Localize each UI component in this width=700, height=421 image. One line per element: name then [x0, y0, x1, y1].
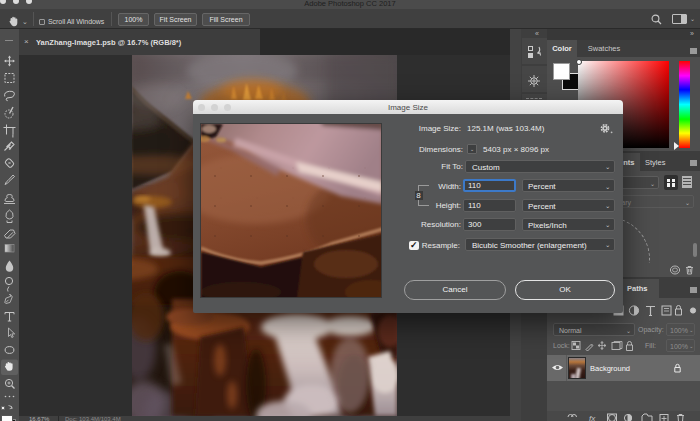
svg-text:fx: fx [589, 414, 596, 421]
